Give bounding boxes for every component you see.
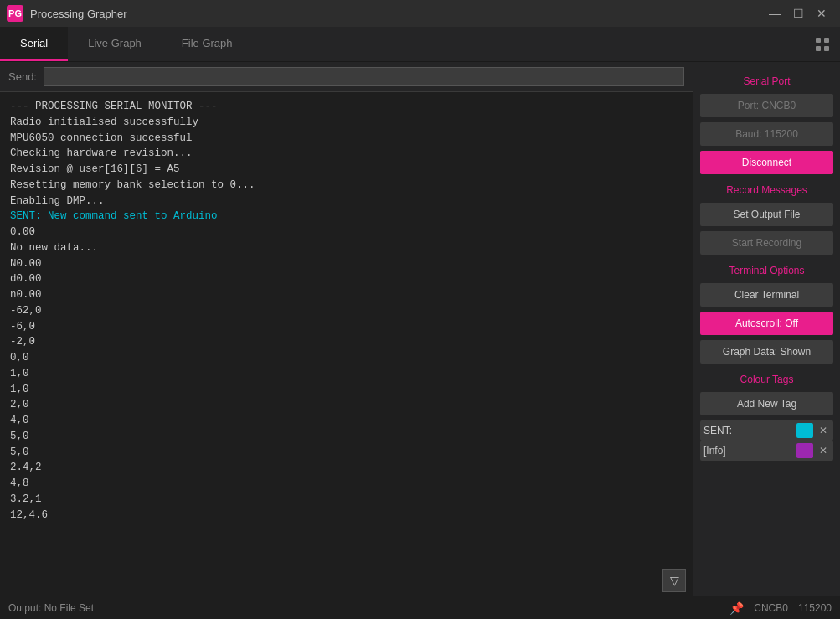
scroll-down-button[interactable]: ▽	[662, 569, 686, 592]
grid-icon-button[interactable]	[805, 27, 840, 61]
autoscroll-button[interactable]: Autoscroll: Off	[700, 312, 833, 335]
send-input[interactable]	[44, 67, 684, 86]
terminal-line: 2.4,2	[10, 460, 683, 476]
terminal-line: No new data...	[10, 240, 683, 256]
statusbar: Output: No File Set 📌 CNCB0 115200	[0, 596, 840, 619]
titlebar-title: Processing Grapher	[30, 8, 763, 20]
tags-container: SENT:✕[Info]✕	[700, 420, 833, 461]
minimize-button[interactable]: —	[763, 2, 786, 25]
svg-rect-2	[816, 46, 821, 51]
tab-live-graph[interactable]: Live Graph	[68, 27, 162, 61]
terminal-line: 1,0	[10, 382, 683, 398]
status-output: Output: No File Set	[8, 602, 719, 614]
terminal-line: 4,0	[10, 413, 683, 429]
terminal-line: 12,4.6	[10, 508, 683, 524]
main-area: Send: --- PROCESSING SERIAL MONITOR ---R…	[0, 62, 840, 596]
status-port: CNCB0	[754, 602, 788, 614]
tag-color-swatch[interactable]	[796, 423, 813, 438]
set-output-file-button[interactable]: Set Output File	[700, 203, 833, 226]
maximize-button[interactable]: ☐	[786, 2, 810, 25]
terminal-line: 1,0	[10, 366, 683, 382]
terminal-line: d0.00	[10, 271, 683, 287]
status-baud: 115200	[798, 602, 832, 614]
terminal-line: 2,0	[10, 397, 683, 413]
colour-tag-row: [Info]✕	[700, 441, 833, 461]
terminal-line: N0.00	[10, 256, 683, 272]
terminal-line: 5,0	[10, 429, 683, 445]
port-button[interactable]: Port: CNCB0	[700, 94, 833, 117]
titlebar: PG Processing Grapher — ☐ ✕	[0, 0, 840, 27]
colour-tags-title: Colour Tags	[700, 374, 833, 385]
terminal-line: -6,0	[10, 319, 683, 335]
terminal-line: --- PROCESSING SERIAL MONITOR ---	[10, 99, 683, 115]
baud-button[interactable]: Baud: 115200	[700, 122, 833, 146]
start-recording-button[interactable]: Start Recording	[700, 231, 833, 255]
terminal-line: -62,0	[10, 303, 683, 319]
pin-icon: 📌	[729, 601, 744, 615]
terminal-line: Revision @ user[16][6] = A5	[10, 162, 683, 178]
send-bar: Send:	[0, 62, 693, 92]
terminal-output: --- PROCESSING SERIAL MONITOR ---Radio i…	[0, 92, 693, 565]
app-icon: PG	[7, 5, 23, 22]
tab-serial[interactable]: Serial	[0, 27, 68, 61]
colour-tag-row: SENT:✕	[700, 420, 833, 441]
terminal-line: -2,0	[10, 334, 683, 350]
terminal-line: n0.00	[10, 287, 683, 303]
tag-label: SENT:	[703, 425, 793, 436]
terminal-line: Enabling DMP...	[10, 193, 683, 209]
record-messages-title: Record Messages	[700, 184, 833, 196]
scroll-button-area: ▽	[0, 565, 693, 596]
svg-rect-1	[824, 38, 829, 43]
serial-port-title: Serial Port	[700, 75, 833, 87]
clear-terminal-button[interactable]: Clear Terminal	[700, 283, 833, 307]
terminal-line: MPU6050 connection successful	[10, 131, 683, 147]
tag-label: [Info]	[703, 445, 793, 457]
disconnect-button[interactable]: Disconnect	[700, 151, 833, 174]
tag-close-button[interactable]: ✕	[817, 424, 830, 437]
svg-rect-3	[824, 46, 829, 51]
terminal-line: 0,0	[10, 350, 683, 366]
svg-rect-0	[816, 38, 821, 43]
terminal-options-title: Terminal Options	[700, 265, 833, 276]
terminal-line: 3.2,1	[10, 492, 683, 508]
tabbar: Serial Live Graph File Graph	[0, 27, 840, 62]
right-panel: Serial Port Port: CNCB0 Baud: 115200 Dis…	[693, 62, 840, 596]
terminal-line: Checking hardware revision...	[10, 146, 683, 162]
terminal-line: Radio initialised successfully	[10, 115, 683, 131]
tab-file-graph[interactable]: File Graph	[162, 27, 253, 61]
tag-close-button[interactable]: ✕	[817, 444, 830, 457]
close-button[interactable]: ✕	[810, 2, 833, 25]
terminal-line: 5,0	[10, 445, 683, 461]
terminal-line: 4,8	[10, 476, 683, 492]
add-new-tag-button[interactable]: Add New Tag	[700, 392, 833, 415]
graph-data-button[interactable]: Graph Data: Shown	[700, 340, 833, 364]
terminal-line: SENT: New command sent to Arduino	[10, 209, 683, 224]
tag-color-swatch[interactable]	[796, 443, 813, 458]
terminal-line: Resetting memory bank selection to 0...	[10, 178, 683, 193]
left-panel: Send: --- PROCESSING SERIAL MONITOR ---R…	[0, 62, 693, 596]
terminal-line: 0.00	[10, 224, 683, 240]
send-label: Send:	[8, 70, 37, 83]
